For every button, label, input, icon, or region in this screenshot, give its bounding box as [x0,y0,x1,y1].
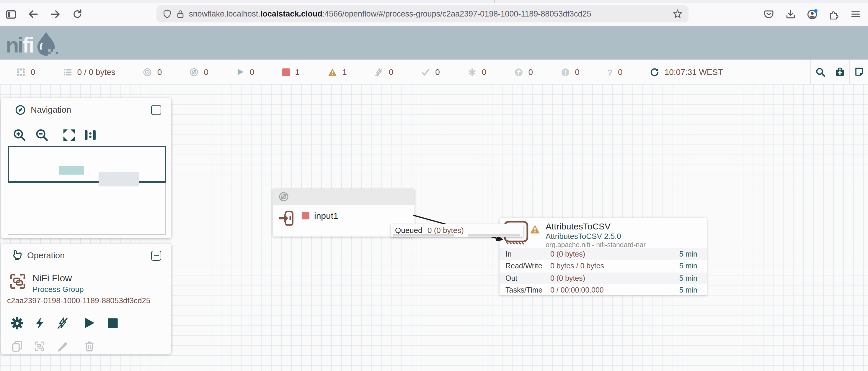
input-port-name: input1 [314,210,338,221]
nifi-droplet-icon [34,30,58,57]
url-path: :4566/openflow/#/process-groups/c2aa2397… [322,9,591,18]
status-items: 0 0 / 0 bytes 0 0 0 1 [17,60,723,85]
stop-button[interactable] [106,316,120,330]
operation-collapse-button[interactable] [151,251,161,261]
last-refreshed-time: 10:07:31 WEST [664,67,723,77]
downloads-button[interactable] [784,8,797,21]
stats-row-tasks-time: Tasks/Time 0 / 00:00:00.000 5 min [500,284,707,296]
selected-flow-name: NiFi Flow [32,273,72,284]
stat-window: 5 min [679,262,707,270]
stop-icon [107,317,119,329]
queued-icon [63,68,72,76]
navigation-panel: Navigation [1,98,171,238]
check-icon [421,68,430,76]
transmitting-icon [143,68,152,76]
stats-row-read-write: Read/Write 0 bytes / 0 bytes 5 min [500,260,707,272]
url-bar[interactable]: snowflake.localhost.localstack.cloud:456… [156,5,688,23]
status-value: 0 [157,67,162,77]
disable-button[interactable] [55,316,69,330]
zoom-in-button[interactable] [13,129,26,144]
zoom-fit-button[interactable] [63,129,75,144]
sidebar-toggle-button[interactable] [4,8,17,21]
enable-button[interactable] [32,316,46,330]
stats-row-out: Out 0 (0 bytes) 5 min [500,272,707,284]
minimap-processor [99,172,140,187]
configure-button[interactable] [10,316,24,330]
queued-text: Queued [395,226,423,235]
processor-bundle: org.apache.nifi - nifi-standard-nar [546,241,646,248]
trash-icon [84,340,95,352]
sidebar-icon [5,8,16,20]
group-button[interactable] [32,339,46,353]
status-active-threads: 0 [17,67,35,77]
delete-button[interactable] [82,339,96,353]
color-button[interactable] [55,339,69,353]
birdseye-minimap[interactable] [8,146,166,235]
status-value: 0 [618,67,623,77]
copy-button[interactable] [10,339,24,353]
status-up-to-date: 0 [421,67,440,77]
navigation-collapse-button[interactable] [151,105,161,115]
group-icon [34,340,45,352]
one-to-one-icon [84,129,97,141]
zoom-actual-size-button[interactable] [84,129,97,144]
queued-value: 0 (0 bytes) [428,226,464,235]
status-value: 0 [575,67,580,77]
reload-button[interactable] [71,8,84,21]
stat-value: 0 (0 bytes) [550,274,585,282]
selected-flow-id: c2aa2397-0198-1000-1189-88053df3cd25 [7,296,150,305]
back-button[interactable] [27,8,39,21]
lock-icon [177,9,184,19]
connection-queued-label[interactable]: Queued 0 (0 bytes) [391,224,523,237]
zoom-out-icon [35,129,49,141]
stat-value: 0 / 00:00:00.000 [550,286,604,295]
queue-progressbar [393,234,454,236]
status-refresh[interactable]: 10:07:31 WEST [650,67,723,77]
shield-icon [162,9,172,19]
nifi-header: nifi [0,26,868,60]
flow-canvas[interactable]: input1 Queued 0 (0 bytes) AttributesToCS… [0,85,868,371]
queue-progressbar [468,234,520,236]
zoom-out-button[interactable] [35,129,49,144]
forward-button[interactable] [49,8,62,21]
disabled-bolt-icon [375,68,383,76]
url-text: snowflake.localhost.localstack.cloud:456… [189,9,673,18]
input-port-glyph-icon [278,209,297,228]
status-invalid: 1 [328,67,347,77]
start-button[interactable] [82,315,96,330]
account-button[interactable] [805,8,818,21]
stopped-icon [282,68,290,76]
flow-analysis-button[interactable] [830,60,849,85]
status-locally-modified: 0 [468,67,487,77]
minimap-viewport[interactable] [8,146,166,183]
status-not-transmitting: 0 [190,67,209,77]
input-port-header [273,189,414,205]
browser-menu-button[interactable] [849,8,862,21]
question-icon: ? [607,68,613,76]
extensions-button[interactable] [827,8,840,21]
stopped-state-square [302,212,309,220]
stale-up-arrow-icon [514,68,523,76]
forward-arrow-icon [50,8,61,20]
lightning-bolt-icon [34,317,45,330]
search-button[interactable] [811,60,830,85]
pocket-button[interactable] [762,8,775,21]
exclamation-circle-icon [561,68,569,76]
notes-button[interactable] [850,60,868,85]
nifi-logo: nifi [6,30,58,57]
processor-stats-table: In 0 (0 bytes) 5 min Read/Write 0 bytes … [500,248,707,296]
reload-icon [72,9,83,20]
bookmark-star-icon[interactable] [673,9,683,19]
note-icon [855,67,864,77]
stat-value: 0 (0 bytes) [550,250,585,258]
pocket-icon [764,9,774,20]
hamburger-icon [850,9,861,20]
selected-flow-type: Process Group [32,285,84,294]
status-disabled: 0 [375,67,394,77]
refresh-icon [650,68,659,76]
status-value: 0 [435,67,440,77]
status-stale: 0 [514,67,533,77]
stat-value: 0 bytes / 0 bytes [550,262,604,270]
processor-component[interactable]: AttributesToCSV AttributesToCSV 2.5.0 or… [500,217,707,295]
nifi-app: snowflake.localhost.localstack.cloud:456… [0,0,868,371]
